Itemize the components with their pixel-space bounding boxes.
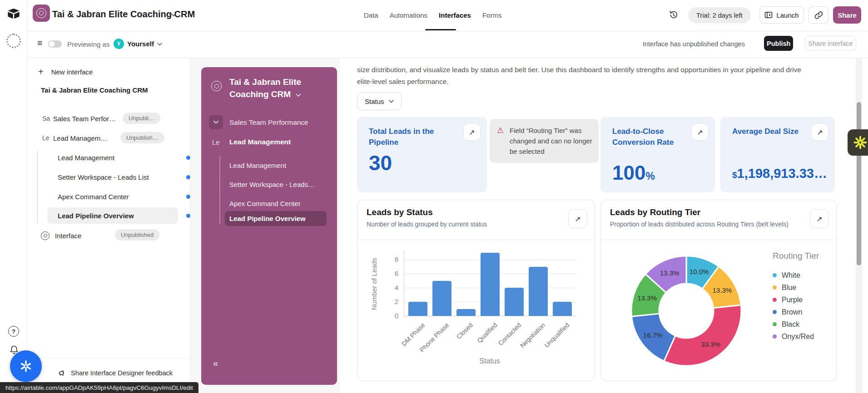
- share-interface-button[interactable]: Share interface: [805, 36, 856, 51]
- interface-nav-panel: Tai & Jabran Elite Coaching CRM Sales Te…: [201, 67, 337, 385]
- status-url-bar: https://airtable.com/appGADpAK59pHA6pt/p…: [0, 382, 198, 393]
- previewing-as-label: Previewing as: [67, 40, 109, 48]
- airtable-logo[interactable]: [6, 6, 21, 21]
- scrollbar-thumb[interactable]: [857, 102, 861, 265]
- legend-item: White: [773, 269, 833, 281]
- chevron-down-icon[interactable]: [296, 93, 301, 97]
- target-icon: [211, 81, 222, 91]
- preview-toggle[interactable]: [48, 40, 62, 48]
- legend-dot: [773, 322, 777, 326]
- airtable-interface-designer: Tai & Jabran Elite Coaching CRM Data Aut…: [0, 0, 868, 393]
- collapse-sidebar-button[interactable]: «: [210, 358, 221, 369]
- nav-item-lead-pipeline-overview[interactable]: Lead Pipeline Overview: [225, 211, 327, 226]
- extension-badge[interactable]: [848, 129, 868, 156]
- slice-percentage-label: 33.3%: [701, 340, 720, 348]
- nav-group-sales-team-performance[interactable]: Sales Team Performance: [229, 118, 308, 127]
- y-tick-label: 4: [386, 284, 398, 291]
- app-rail: ?: [0, 0, 28, 393]
- expand-icon[interactable]: ↗: [811, 123, 828, 141]
- metric-card-conversion-rate: Lead-to-Close Conversion Rate ↗ 100%: [600, 117, 715, 192]
- feedback-link[interactable]: Share Interface Designer feedback: [58, 369, 173, 377]
- legend-dot: [773, 310, 777, 314]
- legend-dot: [773, 334, 777, 339]
- launch-button[interactable]: Launch: [759, 6, 804, 24]
- tab-interfaces[interactable]: Interfaces: [438, 11, 471, 19]
- chevron-down-icon: [389, 100, 394, 103]
- interface-title[interactable]: Coaching CRM: [229, 89, 291, 99]
- sidebar-group-lead-management[interactable]: Le Lead Managem… Unpublish…: [27, 130, 190, 146]
- nav-item-lead-management[interactable]: Lead Management: [225, 158, 327, 173]
- sidebar-group-sales-team[interactable]: Sa Sales Team Perfor… Unpubli…: [27, 111, 190, 126]
- publish-button[interactable]: Publish: [764, 36, 793, 51]
- chevron-down-icon[interactable]: [171, 13, 176, 17]
- expand-icon[interactable]: ↗: [568, 209, 587, 228]
- sidebar-item-apex-command-center[interactable]: Apex Command Center: [47, 188, 178, 205]
- status-badge: Unpublished: [115, 229, 159, 241]
- sidebar-item-interface[interactable]: Interface Unpublished: [27, 228, 190, 243]
- app-icon[interactable]: [33, 5, 50, 22]
- status-filter-dropdown[interactable]: Status: [357, 92, 402, 110]
- chevron-down-icon[interactable]: [157, 43, 162, 46]
- chart-subtitle: Number of leads grouped by current statu…: [367, 221, 487, 228]
- interface-title[interactable]: Tai & Jabran Elite: [229, 77, 301, 87]
- launch-icon: [764, 11, 773, 19]
- trial-badge[interactable]: Trial: 2 days left: [688, 7, 751, 23]
- slice-percentage-label: 16.7%: [643, 331, 663, 339]
- metric-value: 30: [369, 151, 392, 175]
- status-badge: Unpubli…: [123, 113, 160, 124]
- warning-icon: ⚠: [497, 126, 504, 135]
- preview-user-name[interactable]: Yourself: [127, 40, 154, 48]
- status-badge: Unpublish…: [120, 132, 164, 143]
- y-tick-label: 2: [386, 298, 398, 305]
- legend-item: Blue: [773, 281, 833, 294]
- tab-data[interactable]: Data: [363, 11, 379, 19]
- slice-percentage-label: 10.0%: [689, 268, 709, 275]
- legend-title: Routing Tier: [773, 251, 833, 261]
- legend-dot: [773, 298, 777, 302]
- avatar[interactable]: Y: [114, 39, 124, 49]
- nav-item-apex-command-center[interactable]: Apex Command Center: [225, 196, 327, 211]
- bar-closed: [456, 309, 476, 316]
- expand-icon[interactable]: ↗: [810, 209, 829, 228]
- gridline: [404, 316, 575, 316]
- bar-dm-phase: [408, 302, 427, 316]
- megaphone-icon: [58, 369, 66, 377]
- assistant-fab-button[interactable]: [10, 350, 42, 382]
- slice-percentage-label: 13.3%: [637, 294, 657, 302]
- y-tick-label: 6: [386, 270, 398, 277]
- bar-contacted: [505, 288, 524, 316]
- legend-dot: [773, 273, 777, 277]
- help-icon[interactable]: ?: [8, 326, 19, 337]
- tab-automations[interactable]: Automations: [389, 11, 428, 19]
- tab-forms[interactable]: Forms: [482, 11, 502, 19]
- target-icon: [36, 8, 46, 18]
- divider: [357, 240, 595, 240]
- bar-qualified: [481, 253, 500, 316]
- collapse-group-button[interactable]: [209, 115, 223, 129]
- unsaved-dot: [186, 214, 190, 218]
- tree-guide-line: [219, 156, 220, 224]
- share-button[interactable]: Share: [833, 6, 861, 24]
- expand-icon[interactable]: ↗: [691, 123, 709, 141]
- copy-link-icon[interactable]: [808, 6, 828, 24]
- top-nav-tabs: Data Automations Interfaces Forms: [363, 0, 502, 30]
- history-icon[interactable]: [665, 9, 677, 21]
- plus-icon: +: [38, 67, 44, 76]
- new-interface-button[interactable]: + New interface: [38, 67, 93, 76]
- active-tab-underline: [425, 29, 456, 30]
- page-description: size distribution, and visualize leads b…: [357, 66, 801, 74]
- menu-icon[interactable]: ≡: [35, 38, 45, 48]
- bar-phone-phase: [432, 281, 451, 316]
- sidebar-item-setter-workspace[interactable]: Setter Workspace - Leads List: [47, 169, 178, 185]
- sidebar-item-lead-management[interactable]: Lead Management: [47, 149, 178, 166]
- nav-group-lead-management[interactable]: Lead Management: [229, 138, 291, 146]
- chart-subtitle: Proportion of leads distributed across R…: [610, 221, 789, 228]
- unsaved-dot: [186, 195, 190, 199]
- nav-item-setter-workspace[interactable]: Setter Workspace - Leads…: [225, 177, 327, 192]
- expand-icon[interactable]: ↗: [463, 123, 481, 141]
- sidebar-item-lead-pipeline-overview[interactable]: Lead Pipeline Overview: [47, 207, 178, 224]
- nav-group-prefix: Le: [212, 138, 220, 146]
- chart-title: Leads by Routing Tier: [610, 207, 700, 217]
- chevron-down-icon: [213, 121, 218, 124]
- metric-card-average-deal-size: Average Deal Size ↗ $1,198,913.33…: [720, 117, 835, 192]
